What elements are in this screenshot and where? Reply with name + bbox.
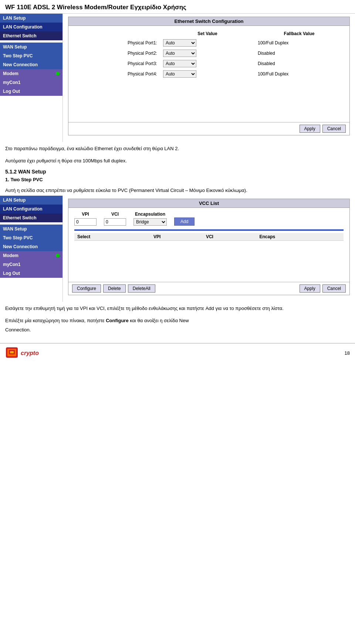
- logo-text: crypto: [21, 350, 39, 357]
- port1-fallback: 100/Full Duplex: [255, 38, 344, 48]
- sidebar2-item-two-step-pvc[interactable]: Two Step PVC: [0, 233, 62, 242]
- vci-header: VCI: [111, 212, 119, 217]
- vcc-col-select: Select: [74, 233, 151, 241]
- sidebar2-item-modem[interactable]: Modem: [0, 251, 62, 260]
- para3: Αυτή η σελίδα σας επιτρέπει να ρυθμίσετε…: [0, 184, 355, 196]
- page-header: WF 110E ADSL 2 Wireless Modem/Router Εγχ…: [0, 0, 355, 14]
- port2-select[interactable]: Auto 10/Half Duplex 100/Full Duplex: [163, 50, 196, 57]
- apply-button-1[interactable]: Apply: [300, 125, 320, 133]
- sidebar-item-two-step-pvc[interactable]: Two Step PVC: [0, 51, 62, 60]
- sidebar-item-lan-setup[interactable]: LAN Setup: [0, 14, 62, 23]
- port2-row: Physical Port2: Auto 10/Half Duplex 100/…: [74, 48, 344, 58]
- port4-select[interactable]: Auto 10/Half Duplex 100/Full Duplex: [163, 70, 196, 78]
- sidebar-item-ethernet-switch[interactable]: Ethernet Switch: [0, 31, 62, 40]
- para1: Στο παραπάνω παράδειγμα, ένα καλώδιο Eth…: [0, 142, 355, 154]
- modem2-status-dot: [56, 254, 60, 257]
- modem-status-dot: [56, 72, 60, 75]
- vpi-header: VPI: [82, 212, 89, 217]
- sidebar2-item-logout[interactable]: Log Out: [0, 269, 62, 278]
- port1-row: Physical Port1: Auto 10/Half Duplex 10/F…: [74, 38, 344, 48]
- vcc-col-vpi: VPI: [151, 233, 203, 241]
- port4-fallback: 100/Full Duplex: [255, 69, 344, 79]
- port3-fallback: Disabled: [255, 58, 344, 69]
- add-button[interactable]: Add: [174, 218, 195, 226]
- para4: Εισάγετε την επιθυμητή τιμή για τα VPI κ…: [0, 302, 355, 314]
- configure-button[interactable]: Configure: [72, 284, 101, 293]
- page-number: 18: [345, 350, 350, 356]
- vcc-box-header: VCC List: [68, 199, 349, 208]
- port2-fallback: Disabled: [255, 48, 344, 58]
- sidebar-item-mycon1[interactable]: myCon1: [0, 78, 62, 87]
- sidebar-item-lan-config[interactable]: LAN Configuration: [0, 23, 62, 31]
- para2: Αυτόματα έχει ρυθμιστεί η θύρα στα 100Mb…: [0, 154, 355, 166]
- vcc-col-encaps: Encaps: [256, 233, 344, 241]
- cancel-button-1[interactable]: Cancel: [322, 125, 346, 133]
- vci-input[interactable]: [104, 218, 126, 226]
- sidebar2-item-mycon1[interactable]: myCon1: [0, 260, 62, 269]
- sidebar2-item-ethernet-switch[interactable]: Ethernet Switch: [0, 213, 62, 222]
- ethernet-switch-config-box: Ethernet Switch Configuration Set Value …: [68, 17, 350, 135]
- sidebar-2: LAN Setup LAN Configuration Ethernet Swi…: [0, 196, 63, 302]
- footer-logo: crypto: [5, 347, 39, 360]
- col-set-value: Set Value: [160, 30, 255, 38]
- vcc-col-vci: VCI: [203, 233, 257, 241]
- port3-select[interactable]: Auto 10/Half Duplex 100/Full Duplex: [163, 60, 196, 67]
- sub-heading: 1. Two Step PVC: [0, 175, 355, 184]
- blue-divider: [74, 229, 344, 231]
- sidebar-item-modem[interactable]: Modem: [0, 69, 62, 78]
- config-box-header: Ethernet Switch Configuration: [68, 17, 349, 26]
- crypto-logo-icon: [5, 347, 18, 360]
- delete-button[interactable]: Delete: [103, 284, 126, 293]
- para5-cont: Connection.: [0, 326, 355, 336]
- para5: Επιλέξτε μία καταχώρηση του πίνακα, πατή…: [0, 314, 355, 326]
- sidebar-item-logout[interactable]: Log Out: [0, 87, 62, 96]
- sidebar2-item-new-connection[interactable]: New Connection: [0, 242, 62, 251]
- section-heading: 5.1.2 WAN Setup: [0, 166, 355, 175]
- vcc-list-box: VCC List VPI VCI Encapsulation: [68, 199, 350, 295]
- vpi-input[interactable]: [74, 218, 97, 226]
- delete-all-button[interactable]: DeleteAll: [128, 284, 155, 293]
- port1-select[interactable]: Auto 10/Half Duplex 10/Full Duplex 100/H…: [163, 39, 196, 47]
- sidebar2-item-lan-config[interactable]: LAN Configuration: [0, 205, 62, 213]
- footer-bar: crypto 18: [0, 343, 355, 363]
- sidebar-item-wan-setup[interactable]: WAN Setup: [0, 43, 62, 51]
- encaps-header: Encapsulation: [135, 212, 165, 217]
- sidebar-item-new-connection[interactable]: New Connection: [0, 60, 62, 69]
- sidebar-1: LAN Setup LAN Configuration Ethernet Swi…: [0, 14, 63, 142]
- svg-rect-3: [10, 351, 14, 353]
- port3-row: Physical Port3: Auto 10/Half Duplex 100/…: [74, 58, 344, 69]
- apply-button-2[interactable]: Apply: [300, 284, 320, 293]
- cancel-button-2[interactable]: Cancel: [322, 284, 346, 293]
- sidebar2-item-wan-setup[interactable]: WAN Setup: [0, 225, 62, 233]
- port4-row: Physical Port4: Auto 10/Half Duplex 100/…: [74, 69, 344, 79]
- col-fallback-value: Fallback Value: [255, 30, 344, 38]
- encaps-select[interactable]: Bridge RFC 1483 PPPoE LLC PPPoE VC PPPoA…: [133, 218, 167, 226]
- sidebar2-item-lan-setup[interactable]: LAN Setup: [0, 196, 62, 205]
